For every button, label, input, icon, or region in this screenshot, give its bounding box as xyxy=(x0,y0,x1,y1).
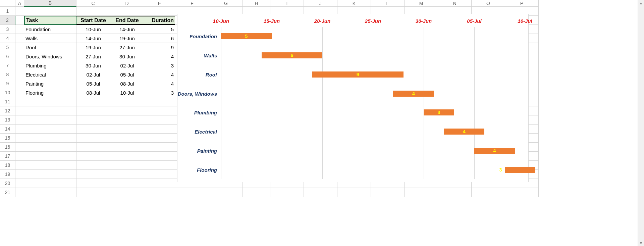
gantt-bar[interactable]: 6 xyxy=(262,52,322,58)
row-hdr-6[interactable]: 6 xyxy=(0,52,15,61)
row-hdr-4[interactable]: 4 xyxy=(0,34,15,43)
row-hdr-17[interactable]: 17 xyxy=(0,152,15,161)
row-hdr-3[interactable]: 3 xyxy=(0,25,15,34)
col-hdr-N[interactable]: N xyxy=(438,0,472,7)
bar-value-label: 4 xyxy=(493,148,496,153)
cell-task[interactable]: Flooring xyxy=(24,88,76,97)
col-hdr-J[interactable]: J xyxy=(304,0,337,7)
row-hdr-8[interactable]: 8 xyxy=(0,70,15,79)
cell-end[interactable]: 05-Jul xyxy=(110,70,144,79)
cell-duration[interactable]: 3 xyxy=(144,61,175,70)
cell-start[interactable]: 14-Jun xyxy=(76,34,110,43)
row-hdr-1[interactable]: 1 xyxy=(0,7,15,16)
row-hdr-15[interactable]: 15 xyxy=(0,134,15,143)
cell-end[interactable]: 14-Jun xyxy=(110,25,144,34)
table-header-end[interactable]: End Date xyxy=(110,16,144,25)
row-headers[interactable]: 123456789101112131415161718192021 xyxy=(0,7,15,197)
row-hdr-10[interactable]: 10 xyxy=(0,88,15,97)
scroll-up-icon[interactable]: ▲ xyxy=(638,0,644,6)
cell-task[interactable]: Plumbing xyxy=(24,61,76,70)
cell-task[interactable]: Electrical xyxy=(24,70,76,79)
col-hdr-L[interactable]: L xyxy=(371,0,405,7)
cell-end[interactable]: 10-Jul xyxy=(110,88,144,97)
cell-duration[interactable]: 9 xyxy=(144,43,175,52)
col-hdr-E[interactable]: E xyxy=(144,0,175,7)
row-hdr-19[interactable]: 19 xyxy=(0,170,15,179)
col-hdr-B[interactable]: B xyxy=(24,0,76,7)
col-hdr-P[interactable]: P xyxy=(505,0,539,7)
cell-start[interactable]: 05-Jul xyxy=(76,79,110,88)
cell-duration[interactable]: 5 xyxy=(144,25,175,34)
scroll-down-icon[interactable]: ▼ xyxy=(638,240,644,246)
table-header-duration[interactable]: Duration xyxy=(144,16,175,25)
col-hdr-H[interactable]: H xyxy=(243,0,270,7)
row-hdr-18[interactable]: 18 xyxy=(0,161,15,170)
bar-value-label: 6 xyxy=(290,53,293,58)
cell-duration[interactable]: 3 xyxy=(144,88,175,97)
row-hdr-5[interactable]: 5 xyxy=(0,43,15,52)
cell-task[interactable]: Roof xyxy=(24,43,76,52)
col-hdr-I[interactable]: I xyxy=(270,0,304,7)
cell-duration[interactable]: 4 xyxy=(144,52,175,61)
grid-line xyxy=(221,27,221,179)
cell-start[interactable]: 30-Jun xyxy=(76,61,110,70)
plot-area: Foundation5Walls6Roof9Doors, Windows4Plu… xyxy=(221,27,525,179)
row-hdr-11[interactable]: 11 xyxy=(0,97,15,106)
y-category-label: Flooring xyxy=(197,167,221,173)
row-hdr-9[interactable]: 9 xyxy=(0,79,15,88)
cell-task[interactable]: Doors, Windows xyxy=(24,52,76,61)
col-hdr-C[interactable]: C xyxy=(76,0,110,7)
cell-start[interactable]: 10-Jun xyxy=(76,25,110,34)
row-hdr-2[interactable]: 2 xyxy=(0,16,15,25)
gantt-bar[interactable]: 4 xyxy=(474,148,515,154)
cell-task[interactable]: Painting xyxy=(24,79,76,88)
gantt-bar[interactable]: 5 xyxy=(221,33,272,39)
row-hdr-14[interactable]: 14 xyxy=(0,125,15,134)
y-category-label: Plumbing xyxy=(194,110,221,115)
col-hdr-O[interactable]: O xyxy=(472,0,505,7)
column-headers[interactable]: ABCDEFGHIJKLMNOP xyxy=(15,0,539,7)
cell-end[interactable]: 30-Jun xyxy=(110,52,144,61)
gantt-bar[interactable]: 3 xyxy=(505,167,535,173)
cell-duration[interactable]: 6 xyxy=(144,34,175,43)
cell-end[interactable]: 27-Jun xyxy=(110,43,144,52)
cell-start[interactable]: 19-Jun xyxy=(76,43,110,52)
table-header-task[interactable]: Task xyxy=(24,16,76,25)
cell-duration[interactable]: 4 xyxy=(144,70,175,79)
row-hdr-16[interactable]: 16 xyxy=(0,143,15,152)
gantt-bar[interactable]: 3 xyxy=(424,109,454,115)
col-hdr-D[interactable]: D xyxy=(110,0,144,7)
bar-value-label: 9 xyxy=(357,72,359,77)
col-hdr-M[interactable]: M xyxy=(405,0,438,7)
col-hdr-F[interactable]: F xyxy=(175,0,209,7)
cell-task[interactable]: Foundation xyxy=(24,25,76,34)
gantt-bar[interactable]: 4 xyxy=(393,91,434,97)
row-hdr-21[interactable]: 21 xyxy=(0,188,15,197)
cell-start[interactable]: 27-Jun xyxy=(76,52,110,61)
cell-end[interactable]: 19-Jun xyxy=(110,34,144,43)
cell-duration[interactable]: 4 xyxy=(144,79,175,88)
gantt-bar[interactable]: 4 xyxy=(444,129,484,135)
col-hdr-A[interactable]: A xyxy=(15,0,24,7)
cell-end[interactable]: 08-Jul xyxy=(110,79,144,88)
col-hdr-K[interactable]: K xyxy=(337,0,371,7)
bar-value-label: 3 xyxy=(499,167,502,173)
y-category-label: Electrical xyxy=(195,129,221,135)
bar-value-label: 4 xyxy=(412,91,415,96)
row-hdr-12[interactable]: 12 xyxy=(0,106,15,115)
cell-end[interactable]: 02-Jul xyxy=(110,61,144,70)
row-hdr-20[interactable]: 20 xyxy=(0,179,15,188)
cell-task[interactable]: Walls xyxy=(24,34,76,43)
gantt-chart[interactable]: Foundation5Walls6Roof9Doors, Windows4Plu… xyxy=(177,14,529,182)
x-tick-label: 05-Jul xyxy=(467,18,481,24)
cell-start[interactable]: 08-Jul xyxy=(76,88,110,97)
x-tick-label: 10-Jun xyxy=(213,18,229,24)
cell-start[interactable]: 02-Jul xyxy=(76,70,110,79)
gantt-bar[interactable]: 9 xyxy=(312,71,404,78)
bar-value-label: 5 xyxy=(245,34,248,39)
table-header-start[interactable]: Start Date xyxy=(76,16,110,25)
row-hdr-13[interactable]: 13 xyxy=(0,115,15,125)
vertical-scrollbar[interactable]: ▲▼ xyxy=(638,0,644,246)
col-hdr-G[interactable]: G xyxy=(209,0,243,7)
row-hdr-7[interactable]: 7 xyxy=(0,61,15,70)
